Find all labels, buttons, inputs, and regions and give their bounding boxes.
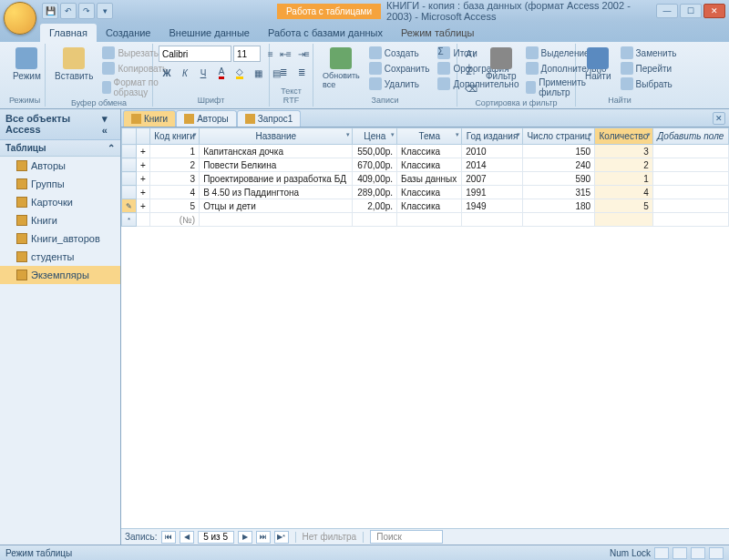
row-selector-new[interactable]: * [122,213,137,227]
cell[interactable]: 1949 [462,199,523,213]
expand-row-icon[interactable]: + [137,158,150,172]
doc-tab[interactable]: Запрос1 [237,110,302,127]
ribbon-tab-create[interactable]: Создание [97,24,160,42]
column-header[interactable]: Количество▾ [595,128,653,145]
cell[interactable]: 240 [522,158,594,172]
column-header[interactable]: Число страниц▾ [522,128,594,145]
save-record-button[interactable]: Сохранить [366,61,433,76]
cell[interactable]: 2007 [462,172,523,186]
view-pivot-icon[interactable] [673,547,687,559]
delete-record-button[interactable]: Удалить [366,76,433,91]
close-tab-button[interactable]: ✕ [713,112,725,125]
clear-sort-icon[interactable]: ⌫ [463,80,479,97]
cell[interactable]: 180 [522,199,594,213]
dropdown-icon[interactable]: ▾ [193,131,197,138]
select-all-cell[interactable] [122,128,137,145]
cell[interactable]: 590 [522,172,594,186]
dropdown-icon[interactable]: ▾ [647,131,651,138]
nav-item[interactable]: Карточки [0,193,120,211]
nav-last-button[interactable]: ⏭ [256,531,271,544]
cell[interactable]: 2014 [462,158,523,172]
search-box[interactable]: Поиск [370,530,443,544]
column-header[interactable]: Код книги▾ [149,128,199,145]
nav-first-button[interactable]: ⏮ [161,531,176,544]
cell[interactable]: Проектирование и разработка БД [200,172,353,186]
font-size-select[interactable] [233,46,261,62]
indent-dec-icon[interactable]: ⇤ [275,46,292,62]
cell[interactable]: 2 [595,158,653,172]
nav-section-tables[interactable]: Таблицы ⌃ [0,140,120,157]
cell[interactable]: 1991 [462,186,523,199]
ribbon-tab-datasheet[interactable]: Режим таблицы [392,24,484,42]
cell[interactable]: 550,00р. [353,145,397,158]
cell[interactable]: 4 [149,186,199,199]
ribbon-tab-home[interactable]: Главная [40,24,97,42]
cell[interactable]: Повести Белкина [200,158,353,172]
add-field-column[interactable]: Добавить поле [652,128,728,145]
cell[interactable] [652,172,728,186]
row-selector[interactable] [122,172,137,186]
dropdown-icon[interactable]: ▾ [346,131,350,138]
nav-item[interactable]: Авторы [0,157,120,175]
cell[interactable]: 1 [595,172,653,186]
record-position-input[interactable] [198,531,234,544]
column-header[interactable]: Цена▾ [353,128,397,145]
find-button[interactable]: Найти [581,46,615,83]
cell[interactable]: (№) [149,213,199,227]
column-header[interactable]: Название▾ [200,128,353,145]
underline-button[interactable]: Ч [195,65,211,81]
qat-save-icon[interactable]: 💾 [42,3,58,19]
font-color-button[interactable]: A [213,65,230,81]
view-pivotchart-icon[interactable] [691,547,705,559]
cell[interactable]: 5 [149,199,199,213]
refresh-all-button[interactable]: Обновить все [319,46,364,91]
expand-row-icon[interactable]: + [137,145,150,158]
cell[interactable]: 1 [149,145,199,158]
cell[interactable] [652,158,728,172]
datasheet[interactable]: Код книги▾Название▾Цена▾Тема▾Год издания… [121,127,729,528]
expand-row-icon[interactable]: + [137,172,150,186]
ribbon-tab-external[interactable]: Внешние данные [160,24,259,42]
fill-color-button[interactable]: ◇ [231,65,248,81]
cell[interactable] [652,199,728,213]
nav-next-button[interactable]: ▶ [238,531,252,544]
chevron-down-icon[interactable]: ▾ « [102,113,115,136]
select-button[interactable]: Выбрать [618,76,680,91]
dropdown-icon[interactable]: ▾ [517,131,520,138]
cell[interactable]: 3 [595,145,653,158]
ribbon-tab-dbtools[interactable]: Работа с базами данных [259,24,392,42]
nav-item[interactable]: Книги_авторов [0,229,120,248]
cell[interactable]: 289,00р. [353,186,397,199]
cell[interactable]: 2010 [462,145,523,158]
list-bullet-icon[interactable]: ≣ [275,64,292,80]
qat-customize-icon[interactable]: ▾ [97,3,113,19]
dropdown-icon[interactable]: ▾ [391,131,395,138]
paste-button[interactable]: Вставить [51,46,97,83]
nav-item[interactable]: Книги [0,211,120,229]
dropdown-icon[interactable]: ▾ [456,131,459,138]
row-selector[interactable] [122,145,137,158]
cell[interactable]: 315 [522,186,594,199]
italic-button[interactable]: К [177,65,193,81]
cell[interactable]: Базы данных [397,172,462,186]
indent-inc-icon[interactable]: ⇥ [293,46,310,62]
cell[interactable]: 4 [595,186,653,199]
nav-prev-button[interactable]: ◀ [180,531,194,544]
cell[interactable]: 409,00р. [353,172,397,186]
cell[interactable]: 5 [595,199,653,213]
cell[interactable]: Классика [397,186,462,199]
sort-desc-icon[interactable]: Z↓ [463,63,479,79]
view-button[interactable]: Режим [9,46,45,83]
cell[interactable]: В 4.50 из Паддингтона [200,186,353,199]
gridlines-button[interactable]: ▦ [250,65,266,81]
goto-button[interactable]: Перейти [618,61,680,76]
qat-undo-icon[interactable]: ↶ [60,3,77,19]
cell[interactable] [652,145,728,158]
office-button[interactable] [4,2,36,35]
nav-new-button[interactable]: ▶* [274,531,289,544]
new-record-button[interactable]: Создать [366,46,433,60]
expand-row-icon[interactable]: + [137,186,150,199]
collapse-icon[interactable]: ⌃ [108,143,115,153]
cell[interactable]: 150 [522,145,594,158]
cell[interactable]: 3 [149,172,199,186]
